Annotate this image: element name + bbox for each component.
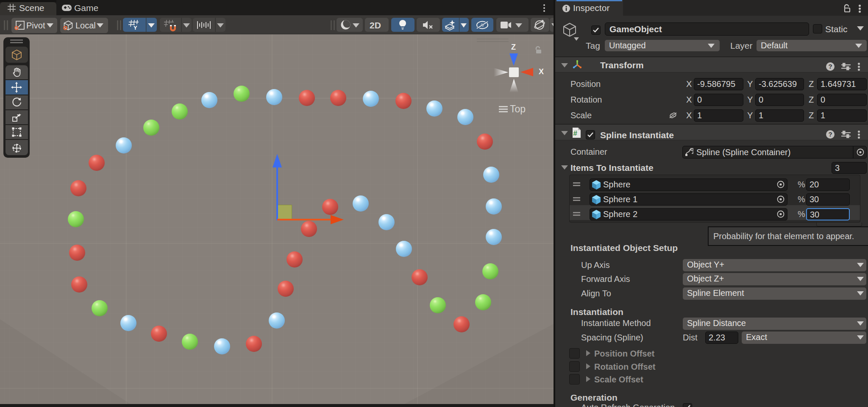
svg-text:?: ? — [829, 131, 832, 138]
svg-text:Y: Y — [134, 25, 137, 31]
svg-text:#: # — [573, 129, 578, 137]
svg-text:?: ? — [829, 63, 832, 70]
